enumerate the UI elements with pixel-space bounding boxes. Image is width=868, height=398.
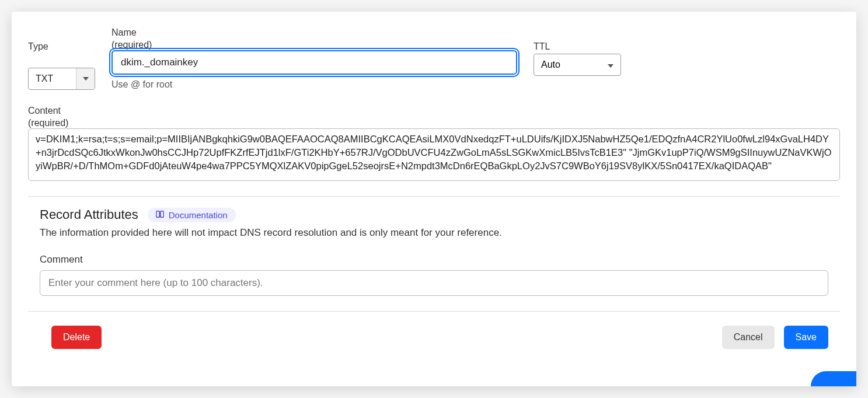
documentation-label: Documentation: [169, 210, 228, 220]
name-label: Name: [111, 26, 517, 40]
documentation-link[interactable]: Documentation: [148, 208, 236, 222]
svg-rect-1: [161, 211, 163, 217]
cancel-button[interactable]: Cancel: [722, 326, 775, 349]
content-required: (required): [28, 118, 840, 128]
ttl-label: TTL: [534, 40, 621, 54]
top-row: Type TXT Name (required) Use @ for root …: [12, 26, 856, 90]
dns-record-editor: Type TXT Name (required) Use @ for root …: [12, 12, 856, 386]
comment-label: Comment: [40, 254, 828, 266]
ttl-value: Auto: [541, 60, 560, 70]
chevron-down-icon: [608, 60, 613, 70]
content-label: Content: [28, 104, 840, 118]
ttl-select[interactable]: Auto: [534, 54, 621, 76]
footer: Delete Cancel Save: [12, 312, 856, 349]
type-select[interactable]: TXT: [28, 68, 95, 90]
book-icon: [156, 210, 164, 220]
attributes-title: Record Attributes: [40, 207, 138, 222]
attributes-header: Record Attributes Documentation: [40, 207, 828, 222]
comment-input[interactable]: [40, 270, 828, 296]
ttl-field: TTL Auto: [534, 26, 621, 76]
delete-button[interactable]: Delete: [51, 326, 102, 349]
svg-rect-0: [156, 211, 159, 217]
name-field: Name (required) Use @ for root: [111, 26, 517, 90]
save-button[interactable]: Save: [784, 326, 828, 349]
corner-widget[interactable]: [811, 371, 856, 386]
record-attributes: Record Attributes Documentation The info…: [12, 197, 856, 296]
name-hint: Use @ for root: [111, 79, 517, 90]
name-required: (required): [111, 40, 517, 50]
content-textarea[interactable]: v=DKIM1;k=rsa;t=s;s=email;p=MIIBIjANBgkq…: [28, 128, 840, 181]
type-value: TXT: [29, 68, 76, 89]
type-field: Type TXT: [28, 40, 95, 90]
name-input[interactable]: [111, 50, 517, 75]
chevron-down-icon: [76, 68, 95, 89]
name-input-wrapper: [111, 50, 517, 75]
content-field: Content (required) v=DKIM1;k=rsa;t=s;s=e…: [12, 104, 856, 181]
footer-right: Cancel Save: [722, 326, 828, 349]
attributes-description: The information provided here will not i…: [40, 227, 828, 239]
type-label: Type: [28, 40, 95, 54]
